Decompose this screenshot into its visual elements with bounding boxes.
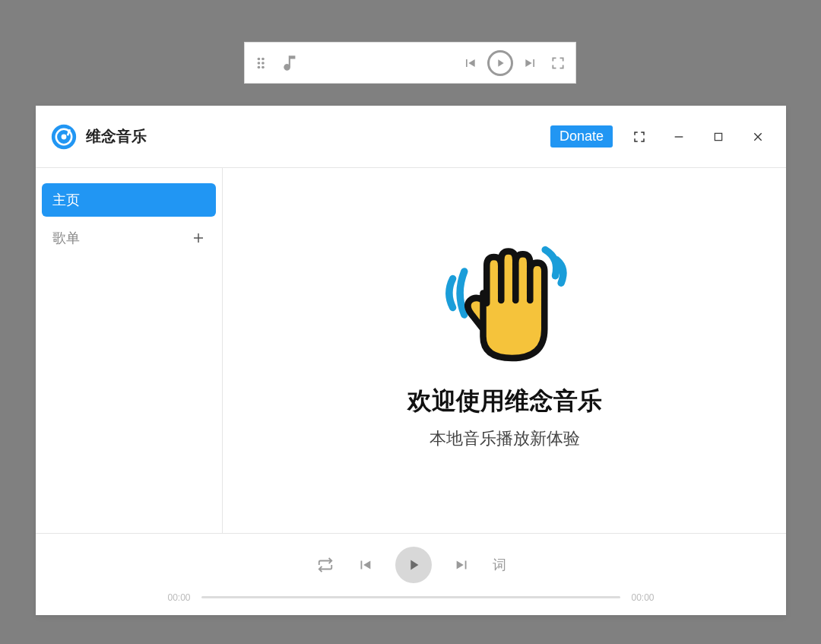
titlebar-right: Donate (550, 124, 771, 150)
add-playlist-icon[interactable] (192, 231, 205, 245)
welcome-title: 欢迎使用维念音乐 (407, 385, 602, 418)
titlebar-left: 维念音乐 (51, 124, 147, 150)
sidebar-item-label: 主页 (52, 191, 80, 209)
close-button[interactable] (745, 124, 771, 150)
svg-rect-10 (715, 133, 721, 140)
mini-player (244, 42, 576, 84)
svg-point-3 (262, 62, 265, 65)
music-note-icon (281, 53, 301, 73)
progress-row: 00:00 00:00 (168, 592, 655, 603)
svg-point-4 (258, 65, 261, 68)
time-current: 00:00 (168, 592, 191, 603)
minimize-button[interactable] (666, 124, 692, 150)
welcome-subtitle: 本地音乐播放新体验 (430, 427, 580, 450)
next-track-icon[interactable] (521, 53, 540, 73)
next-track-icon[interactable] (453, 556, 471, 574)
play-button[interactable] (487, 50, 513, 76)
donate-button[interactable]: Donate (550, 125, 613, 148)
sidebar-item-home[interactable]: 主页 (42, 183, 216, 217)
sidebar: 主页 歌单 (36, 168, 223, 533)
expand-icon[interactable] (548, 53, 568, 73)
player-bar: 词 00:00 00:00 (36, 533, 786, 615)
time-total: 00:00 (631, 592, 654, 603)
titlebar: 维念音乐 Donate (36, 106, 786, 168)
previous-track-icon[interactable] (460, 53, 480, 73)
main-content: 欢迎使用维念音乐 本地音乐播放新体验 (223, 168, 786, 533)
progress-slider[interactable] (201, 596, 621, 598)
repeat-icon[interactable] (316, 556, 334, 574)
lyrics-button[interactable]: 词 (493, 556, 506, 574)
main-window: 维念音乐 Donate 主页 歌单 (36, 106, 786, 615)
waving-hand-icon (433, 228, 577, 373)
grip-icon[interactable] (252, 53, 272, 73)
svg-point-5 (262, 65, 265, 68)
sidebar-item-label: 歌单 (52, 229, 80, 247)
mini-player-left (252, 53, 301, 73)
maximize-button[interactable] (705, 124, 731, 150)
svg-point-2 (258, 62, 261, 65)
player-controls: 词 (316, 547, 506, 583)
compact-mode-icon[interactable] (626, 124, 652, 150)
mini-player-controls (460, 50, 568, 76)
body-area: 主页 歌单 (36, 168, 786, 533)
app-logo-icon (51, 124, 77, 150)
play-button[interactable] (395, 547, 432, 583)
svg-point-0 (258, 57, 261, 60)
app-title: 维念音乐 (86, 126, 147, 147)
svg-point-1 (262, 57, 265, 60)
previous-track-icon[interactable] (356, 556, 374, 574)
sidebar-item-playlist[interactable]: 歌单 (42, 221, 216, 255)
svg-point-8 (62, 134, 67, 139)
